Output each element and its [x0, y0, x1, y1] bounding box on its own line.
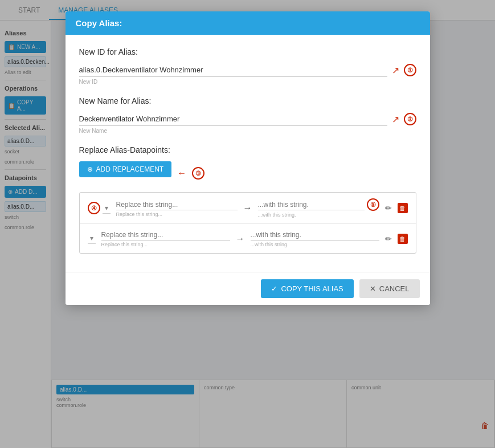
replacement-row-1: ④ ▾ Replace this string... → — [80, 193, 416, 224]
rep-from-label-2: Replace this string... — [101, 242, 230, 247]
replacement-table: ④ ▾ Replace this string... → — [79, 192, 416, 254]
replace-section-title: Replace Alias-Datapoints: — [79, 145, 416, 154]
new-name-input-group: ↗ ② New Name — [79, 112, 416, 134]
new-id-section: New ID for Alias: ↗ ① New ID — [79, 47, 416, 85]
annotation-2: ② — [404, 113, 416, 125]
rep-from-label-1: Replace this string... — [116, 211, 238, 217]
rep-from-input-2[interactable] — [101, 230, 230, 241]
copy-alias-modal: Copy Alias: New ID for Alias: ↗ ① New ID… — [66, 11, 430, 305]
rep-input-group-2a: Replace this string... — [101, 230, 230, 247]
annotation-1-arrow: ↗ — [392, 65, 399, 76]
new-id-label: New ID — [79, 79, 416, 85]
arrow-right-1: → — [243, 203, 252, 213]
rep-dropdown-1[interactable]: ▾ — [103, 203, 111, 214]
arrow-right-2: → — [236, 234, 245, 244]
annotation-4: ④ — [88, 202, 100, 214]
new-name-input[interactable] — [79, 112, 387, 126]
check-icon: ✓ — [271, 284, 277, 293]
rep-input-group-2b: ...with this string. — [251, 230, 379, 247]
annotation-3-arrow: ← — [177, 168, 186, 178]
new-id-section-title: New ID for Alias: — [79, 47, 416, 56]
edit-row-2-button[interactable]: ✏ — [385, 234, 392, 243]
trash-icon-2: 🗑 — [398, 234, 408, 244]
delete-row-1-button[interactable]: 🗑 — [398, 203, 408, 213]
rep-to-label-2: ...with this string. — [251, 242, 379, 247]
add-replacement-label: ADD REPLACEMENT — [96, 165, 164, 173]
new-name-label: New Name — [79, 128, 416, 134]
delete-row-2-button[interactable]: 🗑 — [398, 234, 408, 244]
rep-dropdown-2[interactable]: ▾ — [88, 233, 96, 244]
plus-circle-icon: ⊕ — [87, 165, 93, 173]
annotation-2-arrow: ↗ — [392, 114, 399, 125]
copy-this-alias-button[interactable]: ✓ COPY THIS ALIAS — [261, 279, 353, 298]
modal-title: Copy Alias: — [76, 18, 122, 28]
rep-from-input-1[interactable] — [116, 199, 238, 210]
rep-to-label-1: ...with this string. — [258, 212, 379, 218]
replace-section: Replace Alias-Datapoints: ⊕ ADD REPLACEM… — [79, 145, 416, 254]
modal-body: New ID for Alias: ↗ ① New ID New Name fo… — [66, 35, 430, 272]
x-icon: ✕ — [370, 284, 376, 293]
rep-select-1: ④ ▾ — [88, 202, 111, 214]
edit-row-1-button[interactable]: ✏ — [385, 203, 392, 213]
rep-input-group-1a: Replace this string... — [116, 199, 238, 217]
modal-overlay: Copy Alias: New ID for Alias: ↗ ① New ID… — [0, 0, 495, 448]
rep-select-2: ▾ — [88, 233, 96, 244]
cancel-button[interactable]: ✕ CANCEL — [359, 279, 420, 298]
annotation-3: ③ — [192, 167, 204, 180]
annotation-1: ① — [404, 64, 416, 76]
modal-footer: ✓ COPY THIS ALIAS ✕ CANCEL — [66, 272, 430, 305]
copy-this-alias-label: COPY THIS ALIAS — [281, 284, 343, 293]
add-replacement-button[interactable]: ⊕ ADD REPLACEMENT — [79, 161, 172, 177]
annotation-5: ⑤ — [367, 198, 379, 211]
trash-icon-1: 🗑 — [398, 203, 408, 213]
new-name-section: New Name for Alias: ↗ ② New Name — [79, 96, 416, 134]
new-id-input-group: ↗ ① New ID — [79, 63, 416, 85]
rep-input-group-1b: ⑤ ...with this string. — [258, 198, 379, 218]
cancel-label: CANCEL — [379, 284, 410, 293]
rep-to-input-2[interactable] — [251, 230, 379, 241]
rep-to-input-1[interactable] — [258, 199, 365, 210]
new-name-section-title: New Name for Alias: — [79, 96, 416, 105]
replacement-row-2: ▾ Replace this string... → ...with this … — [80, 224, 416, 253]
new-id-input[interactable] — [79, 63, 387, 77]
modal-header: Copy Alias: — [66, 11, 430, 35]
